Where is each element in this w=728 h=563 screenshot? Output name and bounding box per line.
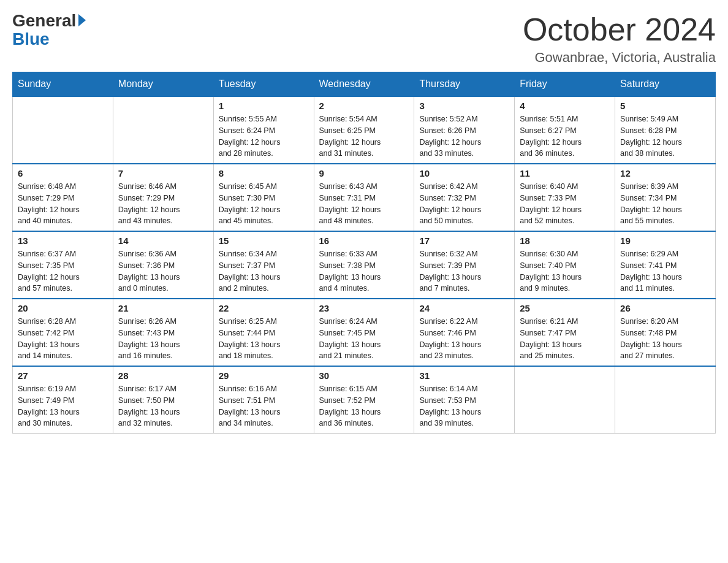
calendar-cell: 18Sunrise: 6:30 AM Sunset: 7:40 PM Dayli… — [515, 231, 615, 299]
calendar-cell: 12Sunrise: 6:39 AM Sunset: 7:34 PM Dayli… — [615, 164, 716, 231]
day-info: Sunrise: 6:45 AM Sunset: 7:30 PM Dayligh… — [219, 181, 309, 227]
day-number: 1 — [219, 101, 309, 111]
day-info: Sunrise: 6:30 AM Sunset: 7:40 PM Dayligh… — [520, 248, 610, 294]
calendar-cell: 19Sunrise: 6:29 AM Sunset: 7:41 PM Dayli… — [615, 231, 716, 299]
calendar-cell: 20Sunrise: 6:28 AM Sunset: 7:42 PM Dayli… — [13, 299, 113, 366]
calendar-cell: 13Sunrise: 6:37 AM Sunset: 7:35 PM Dayli… — [13, 231, 113, 299]
calendar-cell: 2Sunrise: 5:54 AM Sunset: 6:25 PM Daylig… — [314, 96, 414, 164]
day-info: Sunrise: 5:51 AM Sunset: 6:27 PM Dayligh… — [520, 113, 610, 159]
day-number: 10 — [419, 168, 509, 178]
day-number: 26 — [620, 303, 710, 313]
logo-general-text: General — [12, 12, 76, 29]
day-info: Sunrise: 6:46 AM Sunset: 7:29 PM Dayligh… — [118, 181, 208, 227]
day-info: Sunrise: 5:54 AM Sunset: 6:25 PM Dayligh… — [319, 113, 409, 159]
day-number: 8 — [219, 168, 309, 178]
day-number: 24 — [419, 303, 509, 313]
day-info: Sunrise: 6:22 AM Sunset: 7:46 PM Dayligh… — [419, 316, 509, 362]
day-number: 14 — [118, 236, 208, 246]
calendar-cell — [515, 366, 615, 434]
day-info: Sunrise: 5:52 AM Sunset: 6:26 PM Dayligh… — [419, 113, 509, 159]
day-info: Sunrise: 6:20 AM Sunset: 7:48 PM Dayligh… — [620, 316, 710, 362]
day-number: 6 — [18, 168, 108, 178]
calendar-header-wednesday: Wednesday — [314, 72, 414, 97]
calendar-cell: 21Sunrise: 6:26 AM Sunset: 7:43 PM Dayli… — [113, 299, 213, 366]
page-header: General Blue October 2024 Gowanbrae, Vic… — [12, 12, 716, 66]
day-info: Sunrise: 6:32 AM Sunset: 7:39 PM Dayligh… — [419, 248, 509, 294]
calendar-cell: 7Sunrise: 6:46 AM Sunset: 7:29 PM Daylig… — [113, 164, 213, 231]
day-info: Sunrise: 6:34 AM Sunset: 7:37 PM Dayligh… — [219, 248, 309, 294]
calendar-cell: 1Sunrise: 5:55 AM Sunset: 6:24 PM Daylig… — [213, 96, 314, 164]
day-number: 2 — [319, 101, 409, 111]
calendar-cell: 17Sunrise: 6:32 AM Sunset: 7:39 PM Dayli… — [414, 231, 515, 299]
day-info: Sunrise: 6:14 AM Sunset: 7:53 PM Dayligh… — [419, 383, 509, 429]
day-info: Sunrise: 6:29 AM Sunset: 7:41 PM Dayligh… — [620, 248, 710, 294]
day-info: Sunrise: 6:33 AM Sunset: 7:38 PM Dayligh… — [319, 248, 409, 294]
calendar-cell: 8Sunrise: 6:45 AM Sunset: 7:30 PM Daylig… — [213, 164, 314, 231]
day-info: Sunrise: 5:49 AM Sunset: 6:28 PM Dayligh… — [620, 113, 710, 159]
calendar-header-friday: Friday — [515, 72, 615, 97]
day-info: Sunrise: 6:28 AM Sunset: 7:42 PM Dayligh… — [18, 316, 108, 362]
month-title: October 2024 — [523, 12, 716, 47]
day-number: 30 — [319, 370, 409, 381]
calendar-cell: 29Sunrise: 6:16 AM Sunset: 7:51 PM Dayli… — [213, 366, 314, 434]
calendar-cell: 27Sunrise: 6:19 AM Sunset: 7:49 PM Dayli… — [13, 366, 113, 434]
calendar-header-row: SundayMondayTuesdayWednesdayThursdayFrid… — [13, 72, 716, 97]
week-row-4: 20Sunrise: 6:28 AM Sunset: 7:42 PM Dayli… — [13, 299, 716, 366]
day-info: Sunrise: 6:17 AM Sunset: 7:50 PM Dayligh… — [118, 383, 208, 429]
calendar-table: SundayMondayTuesdayWednesdayThursdayFrid… — [12, 72, 716, 434]
day-number: 15 — [219, 236, 309, 246]
day-number: 13 — [18, 236, 108, 246]
calendar-header-saturday: Saturday — [615, 72, 716, 97]
day-info: Sunrise: 6:16 AM Sunset: 7:51 PM Dayligh… — [219, 383, 309, 429]
day-info: Sunrise: 5:55 AM Sunset: 6:24 PM Dayligh… — [219, 113, 309, 159]
day-number: 31 — [419, 370, 509, 381]
day-number: 29 — [219, 370, 309, 381]
calendar-header-thursday: Thursday — [414, 72, 515, 97]
calendar-cell: 24Sunrise: 6:22 AM Sunset: 7:46 PM Dayli… — [414, 299, 515, 366]
day-number: 5 — [620, 101, 710, 111]
title-section: October 2024 Gowanbrae, Victoria, Austra… — [523, 12, 716, 66]
week-row-1: 1Sunrise: 5:55 AM Sunset: 6:24 PM Daylig… — [13, 96, 716, 164]
calendar-cell: 5Sunrise: 5:49 AM Sunset: 6:28 PM Daylig… — [615, 96, 716, 164]
day-number: 4 — [520, 101, 610, 111]
calendar-cell — [615, 366, 716, 434]
day-info: Sunrise: 6:19 AM Sunset: 7:49 PM Dayligh… — [18, 383, 108, 429]
logo-blue-text: Blue — [12, 29, 50, 49]
day-number: 9 — [319, 168, 409, 178]
calendar-cell: 3Sunrise: 5:52 AM Sunset: 6:26 PM Daylig… — [414, 96, 515, 164]
day-info: Sunrise: 6:39 AM Sunset: 7:34 PM Dayligh… — [620, 181, 710, 227]
calendar-cell — [113, 96, 213, 164]
day-number: 3 — [419, 101, 509, 111]
day-number: 17 — [419, 236, 509, 246]
calendar-cell: 25Sunrise: 6:21 AM Sunset: 7:47 PM Dayli… — [515, 299, 615, 366]
day-info: Sunrise: 6:21 AM Sunset: 7:47 PM Dayligh… — [520, 316, 610, 362]
day-number: 11 — [520, 168, 610, 178]
day-number: 27 — [18, 370, 108, 381]
day-info: Sunrise: 6:36 AM Sunset: 7:36 PM Dayligh… — [118, 248, 208, 294]
week-row-5: 27Sunrise: 6:19 AM Sunset: 7:49 PM Dayli… — [13, 366, 716, 434]
calendar-header-monday: Monday — [113, 72, 213, 97]
day-info: Sunrise: 6:40 AM Sunset: 7:33 PM Dayligh… — [520, 181, 610, 227]
calendar-cell: 31Sunrise: 6:14 AM Sunset: 7:53 PM Dayli… — [414, 366, 515, 434]
calendar-cell: 15Sunrise: 6:34 AM Sunset: 7:37 PM Dayli… — [213, 231, 314, 299]
calendar-cell: 30Sunrise: 6:15 AM Sunset: 7:52 PM Dayli… — [314, 366, 414, 434]
calendar-cell: 6Sunrise: 6:48 AM Sunset: 7:29 PM Daylig… — [13, 164, 113, 231]
day-number: 21 — [118, 303, 208, 313]
day-info: Sunrise: 6:43 AM Sunset: 7:31 PM Dayligh… — [319, 181, 409, 227]
logo: General Blue — [12, 12, 86, 49]
calendar-cell: 16Sunrise: 6:33 AM Sunset: 7:38 PM Dayli… — [314, 231, 414, 299]
calendar-cell: 11Sunrise: 6:40 AM Sunset: 7:33 PM Dayli… — [515, 164, 615, 231]
day-number: 20 — [18, 303, 108, 313]
calendar-cell — [13, 96, 113, 164]
day-number: 23 — [319, 303, 409, 313]
day-number: 18 — [520, 236, 610, 246]
day-info: Sunrise: 6:42 AM Sunset: 7:32 PM Dayligh… — [419, 181, 509, 227]
day-number: 16 — [319, 236, 409, 246]
day-number: 25 — [520, 303, 610, 313]
calendar-cell: 14Sunrise: 6:36 AM Sunset: 7:36 PM Dayli… — [113, 231, 213, 299]
day-info: Sunrise: 6:24 AM Sunset: 7:45 PM Dayligh… — [319, 316, 409, 362]
day-number: 12 — [620, 168, 710, 178]
day-info: Sunrise: 6:48 AM Sunset: 7:29 PM Dayligh… — [18, 181, 108, 227]
calendar-header-tuesday: Tuesday — [213, 72, 314, 97]
day-number: 22 — [219, 303, 309, 313]
